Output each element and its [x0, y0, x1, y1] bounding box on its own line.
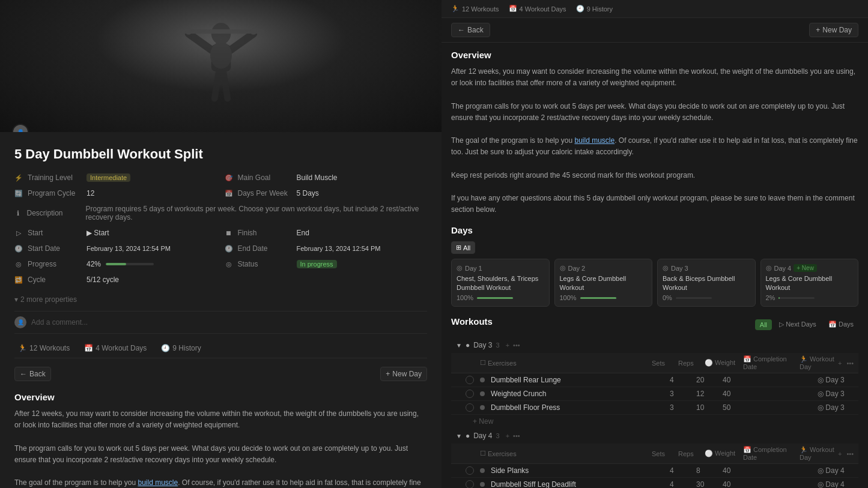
tab-all[interactable]: All [755, 319, 772, 330]
workouts-title: Workouts [451, 316, 493, 327]
finish-icon: ⏹ [225, 229, 233, 236]
stat-workouts: 🏃 12 Workouts [451, 5, 499, 13]
days-per-week-prop: 📅 Days Per Week 5 Days [225, 187, 428, 199]
progress-bar [106, 263, 154, 265]
goal-icon: 🎯 [225, 174, 233, 182]
svg-line-3 [231, 34, 253, 50]
cycle-num-icon: 🔁 [14, 276, 23, 284]
tab-history[interactable]: 🕘 9 History [157, 342, 204, 354]
overview-title-left: Overview [14, 392, 427, 402]
program-cycle-prop: 🔄 Program Cycle 12 [14, 187, 217, 199]
status-icon: ◎ [225, 261, 233, 268]
day-cards-right: ◎Day 1 Chest, Shoulders, & Triceps Dumbb… [451, 259, 858, 307]
training-icon: ⚡ [14, 174, 23, 182]
calendar-icon: 📅 [225, 190, 233, 197]
left-panel: 👤 5 Day Dumbbell Workout Split ⚡ Trainin… [0, 0, 442, 488]
svg-point-8 [250, 28, 256, 35]
exercise-row[interactable]: Dumbbell Stiff Leg Deadlift 4 30 40 ◎ Da… [451, 478, 858, 488]
main-goal-prop: 🎯 Main Goal Build Muscle [225, 172, 428, 184]
tab-next-days[interactable]: ▷ Next Days [774, 319, 821, 330]
hero-illustration [167, 12, 275, 120]
right-nav-bar: ← Back + New Day [442, 18, 868, 43]
day-card-1-right[interactable]: ◎Day 1 Chest, Shoulders, & Triceps Dumbb… [451, 259, 550, 307]
page-title: 5 Day Dumbbell Workout Split [14, 146, 427, 162]
finish-prop[interactable]: ⏹ Finish End [225, 227, 428, 239]
properties-grid: ⚡ Training Level Intermediate 🎯 Main Goa… [14, 172, 427, 286]
progress-icon: ◎ [14, 261, 23, 268]
info-icon: ℹ [14, 209, 22, 217]
tabs-bar: 🏃 12 Workouts 📅 4 Workout Days 🕘 9 Histo… [14, 339, 427, 358]
progress-prop: ◎ Progress 42% [14, 258, 217, 270]
start-date-prop: 🕐 Start Date February 13, 2024 12:54 PM [14, 242, 217, 255]
view-tabs: All ▷ Next Days 📅 Days [755, 319, 858, 330]
start-icon: ▷ [14, 229, 23, 237]
back-button-left[interactable]: ← Back [14, 367, 51, 381]
svg-line-2 [189, 34, 211, 50]
svg-line-4 [214, 71, 219, 98]
filter-all-right[interactable]: ⊞ All [451, 241, 475, 254]
day3-table-header: ☐ Exercises Sets Reps ⚪ Weight 📅 Complet… [451, 353, 858, 373]
end-date-icon: 🕐 [225, 245, 233, 253]
exercise-row[interactable]: Dumbbell Floor Press 3 10 50 ◎ Day 3 [451, 401, 858, 415]
day4-group: ▼ ● Day 4 3 + ••• ☐ Exercises Sets Reps … [451, 428, 858, 488]
overview-title-right: Overview [451, 50, 858, 60]
start-prop[interactable]: ▷ Start ▶ Start [14, 227, 217, 239]
right-panel: 🏃 12 Workouts 📅 4 Workout Days 🕘 9 Histo… [442, 0, 868, 488]
new-day-button-right[interactable]: + New Day [809, 23, 858, 37]
day-card-2-right[interactable]: ◎Day 2 Legs & Core Dumbbell Workout 100% [554, 259, 653, 307]
end-date-prop: 🕐 End Date February 13, 2024 12:54 PM [225, 242, 428, 255]
right-main-content: Overview After 12 weeks, you may want to… [442, 43, 868, 488]
description-prop: ℹ Description Program requires 5 days of… [14, 203, 427, 223]
svg-point-7 [185, 28, 192, 35]
add-exercise-day3[interactable]: + New [451, 415, 858, 428]
back-button-right[interactable]: ← Back [451, 23, 490, 37]
overview-text-right: After 12 weeks, you may want to consider… [451, 66, 858, 215]
tab-days[interactable]: 📅 Days [824, 319, 858, 330]
day4-group-header[interactable]: ▼ ● Day 4 3 + ••• [451, 428, 858, 444]
comment-avatar: 👤 [14, 316, 26, 328]
day-card-3-right[interactable]: ◎Day 3 Back & Biceps Dumbbell Workout 0% [657, 259, 756, 307]
nav-bar-left: ← Back + New Day [14, 363, 427, 385]
workouts-section: Workouts All ▷ Next Days 📅 Days [451, 316, 858, 488]
hero-image: 👤 [0, 0, 442, 132]
start-date-icon: 🕐 [14, 245, 23, 253]
tab-workouts[interactable]: 🏃 12 Workouts [14, 342, 73, 354]
day4-table-header: ☐ Exercises Sets Reps ⚪ Weight 📅 Complet… [451, 444, 858, 464]
stat-workout-days: 📅 4 Workout Days [509, 5, 566, 13]
days-section-right: Days ⊞ All ◎Day 1 Chest, Shoulders, & Tr… [451, 225, 858, 307]
svg-point-9 [210, 42, 232, 69]
svg-line-5 [223, 71, 227, 98]
exercise-row[interactable]: Weighted Crunch 3 12 40 ◎ Day 3 [451, 387, 858, 401]
cycle-icon: 🔄 [14, 190, 23, 197]
stat-history: 🕘 9 History [576, 5, 613, 13]
day-card-4-right[interactable]: ◎Day 4 + New Legs & Core Dumbbell Workou… [760, 259, 859, 307]
exercise-row[interactable]: Dumbbell Rear Lunge 4 20 40 ◎ Day 3 [451, 373, 858, 387]
workouts-header: Workouts All ▷ Next Days 📅 Days [451, 316, 858, 333]
comment-bar: 👤 Add a comment... [14, 311, 427, 334]
new-day-button-left[interactable]: + New Day [380, 367, 427, 381]
days-title-right: Days [451, 225, 858, 235]
exercise-row[interactable]: Side Planks 4 8 40 ◎ Day 4 [451, 464, 858, 478]
cycle-prop: 🔁 Cycle 5/12 cycle [14, 274, 217, 286]
more-props-toggle[interactable]: ▾ 2 more properties [14, 293, 427, 306]
status-prop: ◎ Status In progress [225, 258, 428, 270]
overview-text-left: After 12 weeks, you may want to consider… [14, 408, 427, 488]
day3-group: ▼ ● Day 3 3 + ••• ☐ Exercises Sets Reps … [451, 337, 858, 428]
tab-workout-days[interactable]: 📅 4 Workout Days [80, 342, 150, 354]
day3-group-header[interactable]: ▼ ● Day 3 3 + ••• [451, 337, 858, 353]
training-level-prop: ⚡ Training Level Intermediate [14, 172, 217, 184]
right-top-bar: 🏃 12 Workouts 📅 4 Workout Days 🕘 9 Histo… [442, 0, 868, 18]
